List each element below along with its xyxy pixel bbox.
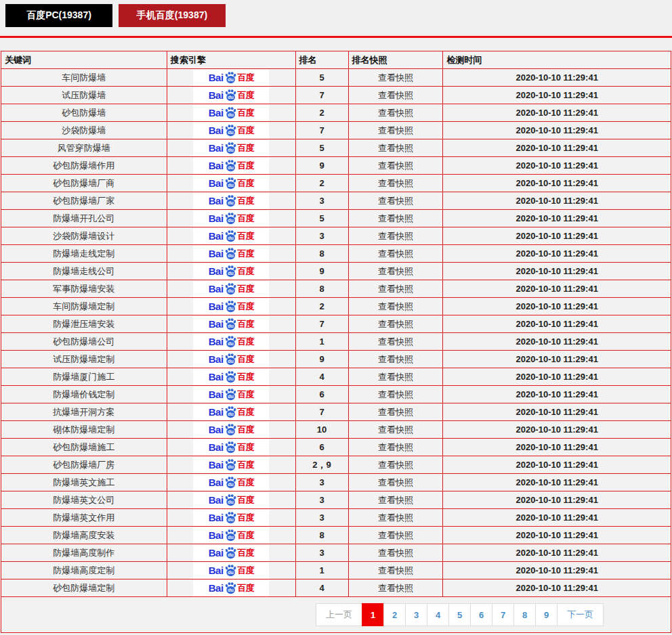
snapshot-link[interactable]: 查看快照 — [378, 301, 413, 311]
time-cell: 2020-10-10 11:29:41 — [443, 544, 671, 562]
page-button-5[interactable]: 5 — [448, 603, 471, 626]
snapshot-link[interactable]: 查看快照 — [378, 495, 413, 505]
keyword-text: 防爆墙高度制作 — [53, 548, 114, 558]
rank-cell: 3 — [295, 474, 348, 491]
table-row: 砂包防爆墙作用 Bai du 百度 9 查看快照 2020 — [1, 157, 671, 175]
snapshot-link[interactable]: 查看快照 — [378, 477, 413, 487]
snapshot-link[interactable]: 查看快照 — [378, 530, 413, 540]
baidu-paw-icon: du — [224, 194, 237, 207]
baidu-logo-cn-text: 百度 — [238, 353, 254, 366]
snapshot-link[interactable]: 查看快照 — [378, 460, 413, 470]
baidu-logo-du-text: du — [228, 500, 234, 505]
baidu-logo: Bai du 百度 — [193, 475, 269, 491]
snapshot-link[interactable]: 查看快照 — [378, 548, 413, 558]
time-value: 2020-10-10 11:29:41 — [516, 565, 597, 575]
snapshot-link[interactable]: 查看快照 — [378, 213, 413, 223]
snapshot-link[interactable]: 查看快照 — [378, 266, 413, 276]
time-cell: 2020-10-10 11:29:41 — [443, 333, 671, 351]
keyword-cell: 防爆墙英文公司 — [1, 491, 167, 509]
snapshot-link[interactable]: 查看快照 — [378, 407, 413, 417]
baidu-logo-cn-text: 百度 — [238, 477, 254, 489]
baidu-logo: Bai du 百度 — [193, 334, 269, 350]
rank-cell: 6 — [295, 439, 348, 456]
page-button-7[interactable]: 7 — [492, 603, 514, 626]
search-engine-cell: Bai du 百度 — [167, 544, 295, 562]
baidu-logo: Bai du 百度 — [193, 545, 269, 561]
snapshot-link[interactable]: 查看快照 — [378, 143, 413, 153]
baidu-logo-bai-text: Bai — [209, 547, 224, 559]
snapshot-link[interactable]: 查看快照 — [378, 178, 413, 188]
snapshot-link[interactable]: 查看快照 — [378, 372, 413, 382]
rank-cell: 4 — [295, 579, 348, 597]
tab-baidu-pc[interactable]: 百度PC(19387) — [5, 4, 112, 27]
baidu-logo-du-text: du — [228, 288, 234, 294]
baidu-logo-du-text: du — [228, 447, 234, 452]
time-value: 2020-10-10 11:29:41 — [516, 178, 597, 188]
rank-cell: 9 — [295, 351, 348, 368]
snapshot-link[interactable]: 查看快照 — [378, 583, 413, 593]
table-row: 防爆墙英文作用 Bai du 百度 3 查看快照 2020 — [1, 509, 671, 527]
keyword-cell: 试压防爆墙 — [1, 87, 167, 104]
baidu-logo-bai-text: Bai — [209, 424, 224, 435]
baidu-logo: Bai du 百度 — [193, 580, 269, 596]
snapshot-link[interactable]: 查看快照 — [378, 125, 413, 135]
table-row: 防爆墙英文公司 Bai du 百度 3 查看快照 2020 — [1, 491, 671, 509]
header-search-engine: 搜索引擎 — [167, 51, 295, 69]
prev-page-button[interactable]: 上一页 — [316, 603, 362, 626]
keyword-text: 防爆泄压墙安装 — [53, 319, 114, 329]
page-button-1[interactable]: 1 — [362, 603, 384, 626]
snapshot-link[interactable]: 查看快照 — [378, 565, 413, 575]
baidu-logo-du-text: du — [228, 236, 234, 241]
rank-value: 8 — [319, 284, 324, 294]
search-engine-cell: Bai du 百度 — [167, 298, 295, 315]
table-row: 车间防爆墙 Bai du 百度 5 查看快照 2020-1 — [1, 69, 671, 87]
page-button-2[interactable]: 2 — [383, 603, 406, 626]
search-engine-cell: Bai du 百度 — [167, 227, 295, 245]
next-page-button[interactable]: 下一页 — [557, 603, 604, 626]
snapshot-link[interactable]: 查看快照 — [378, 389, 413, 399]
page-button-8[interactable]: 8 — [513, 603, 536, 626]
snapshot-link[interactable]: 查看快照 — [378, 108, 413, 118]
snapshot-link[interactable]: 查看快照 — [378, 90, 413, 100]
baidu-logo-du-text: du — [228, 77, 234, 83]
search-engine-cell: Bai du 百度 — [167, 403, 295, 421]
time-cell: 2020-10-10 11:29:41 — [443, 491, 671, 509]
snapshot-link[interactable]: 查看快照 — [378, 248, 413, 259]
snapshot-link[interactable]: 查看快照 — [378, 231, 413, 241]
snapshot-link[interactable]: 查看快照 — [378, 319, 413, 329]
time-cell: 2020-10-10 11:29:41 — [443, 263, 671, 280]
rank-value: 3 — [319, 512, 324, 523]
page-button-9[interactable]: 9 — [535, 603, 558, 626]
page-button-3[interactable]: 3 — [405, 603, 427, 626]
snapshot-link[interactable]: 查看快照 — [378, 442, 413, 452]
page-button-4[interactable]: 4 — [427, 603, 449, 626]
tab-mobile-baidu[interactable]: 手机百度(19387) — [119, 4, 226, 27]
search-engine-cell: Bai du 百度 — [167, 351, 295, 368]
snapshot-link[interactable]: 查看快照 — [378, 284, 413, 294]
baidu-logo-du-text: du — [228, 148, 234, 153]
snapshot-link[interactable]: 查看快照 — [378, 336, 413, 347]
baidu-logo-bai-text: Bai — [209, 160, 224, 171]
rank-cell: 1 — [295, 562, 348, 579]
keyword-text: 砂包防爆墙定制 — [53, 583, 114, 593]
table-row: 风管穿防爆墙 Bai du 百度 5 查看快照 2020- — [1, 139, 671, 157]
snapshot-cell: 查看快照 — [348, 210, 443, 227]
snapshot-link[interactable]: 查看快照 — [378, 72, 413, 83]
rank-value: 7 — [319, 407, 324, 417]
snapshot-link[interactable]: 查看快照 — [378, 354, 413, 364]
snapshot-link[interactable]: 查看快照 — [378, 424, 413, 435]
time-value: 2020-10-10 11:29:41 — [516, 90, 597, 100]
baidu-logo-cn-text: 百度 — [238, 230, 254, 242]
keyword-cell: 防爆墙高度制作 — [1, 544, 167, 562]
page-button-6[interactable]: 6 — [470, 603, 492, 626]
snapshot-link[interactable]: 查看快照 — [378, 196, 413, 206]
time-cell: 2020-10-10 11:29:41 — [443, 280, 671, 298]
baidu-paw-icon: du — [224, 370, 237, 383]
snapshot-link[interactable]: 查看快照 — [378, 160, 413, 171]
keyword-cell: 风管穿防爆墙 — [1, 139, 167, 157]
keyword-text: 防爆墙走线定制 — [53, 248, 114, 259]
table-row: 防爆墙价钱定制 Bai du 百度 6 查看快照 2020 — [1, 386, 671, 403]
keyword-text: 沙袋防爆墙设计 — [53, 231, 114, 241]
keyword-text: 砂包防爆墙厂家 — [53, 196, 114, 206]
snapshot-link[interactable]: 查看快照 — [378, 512, 413, 523]
